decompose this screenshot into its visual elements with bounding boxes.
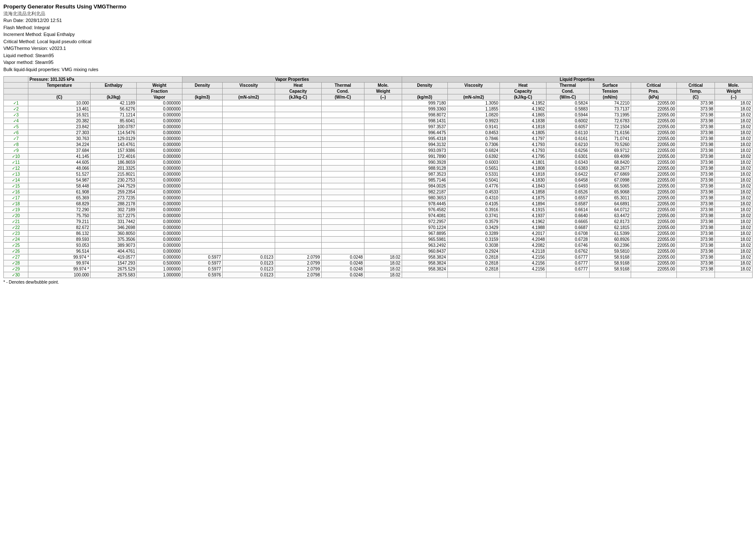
cell-l-viscosity: 0.4105 (447, 201, 500, 207)
cell-l-density: 993.0973 (402, 148, 447, 154)
cell-v-thermal (321, 124, 364, 130)
table-row: ✓2075.750317.22750.000000974.40810.37414… (4, 213, 753, 219)
cell-v-heatcap (275, 112, 321, 118)
cell-v-heatcap (275, 124, 321, 130)
vmg-version: VMGThermo Version: v2023.1 (3, 45, 753, 52)
cell-wfv: 0.000000 (137, 118, 182, 124)
row-check: ✓27 (4, 254, 28, 260)
cell-v-thermal (321, 243, 364, 248)
cell-l-crittemp: 373.98 (676, 106, 715, 112)
th-r4-lhc: (kJ/kg-C) (500, 94, 546, 100)
cell-l-heatcap: 4.2017 (500, 231, 546, 237)
cell-v-density (182, 171, 222, 177)
cell-l-moleweight: 18.02 (715, 171, 753, 177)
cell-l-heatcap: 4.1838 (500, 118, 546, 124)
cell-l-critpres: 22055.00 (631, 171, 677, 177)
cell-temp: 79.211 (28, 219, 91, 225)
cell-wfv: 0.000000 (137, 112, 182, 118)
cell-v-heatcap: 2.0798 (275, 272, 321, 278)
cell-l-crittemp: 373.98 (676, 160, 715, 166)
th-r4-ld: (kg/m3) (402, 94, 447, 100)
table-row: ✓2489.593375.35060.000000965.59810.31594… (4, 237, 753, 243)
cell-enthalpy: 419.0577 (91, 254, 137, 260)
cell-wfv: 0.000000 (137, 219, 182, 225)
cell-l-crittemp: 373.98 (676, 225, 715, 231)
cell-l-crittemp: 373.98 (676, 243, 715, 248)
cell-temp: 16.921 (28, 112, 91, 118)
cell-l-crittemp: 373.98 (676, 207, 715, 213)
cell-enthalpy: 230.2753 (91, 177, 137, 183)
table-row: ✓1868.829288.21780.000000978.44450.41054… (4, 201, 753, 207)
th-r3-temp (28, 88, 91, 94)
cell-l-surface: 59.5810 (589, 248, 631, 254)
th-r4-vd: (kg/m3) (182, 94, 222, 100)
cell-v-density: 0.5977 (182, 260, 222, 266)
cell-temp: 27.303 (28, 130, 91, 136)
cell-v-viscosity (223, 106, 275, 112)
cell-l-moleweight: 18.02 (715, 266, 753, 272)
cell-wfv: 0.000000 (137, 243, 182, 248)
cell-l-crittemp: 373.98 (676, 201, 715, 207)
cell-l-density: 958.3824 (402, 260, 447, 266)
cell-l-heatcap: 4.1865 (500, 112, 546, 118)
cell-v-moleweight (364, 237, 402, 243)
table-row: ✓627.303114.54760.000000996.44750.84534.… (4, 130, 753, 136)
row-check: ✓15 (4, 183, 28, 189)
cell-v-density (182, 136, 222, 142)
cell-l-surface: 73.1995 (589, 112, 631, 118)
cell-l-crittemp: 373.98 (676, 148, 715, 154)
cell-l-surface: 68.8420 (589, 160, 631, 166)
cell-l-density: 998.1431 (402, 118, 447, 124)
cell-v-thermal (321, 100, 364, 106)
cell-l-density: 958.3824 (402, 266, 447, 272)
th-r2-lth: Thermal (546, 83, 589, 88)
cell-v-moleweight: 18.02 (364, 272, 402, 278)
cell-l-density: 987.3523 (402, 171, 447, 177)
cell-v-density (182, 100, 222, 106)
cell-v-heatcap: 2.0799 (275, 254, 321, 260)
cell-l-critpres: 22055.00 (631, 118, 677, 124)
cell-v-heatcap (275, 231, 321, 237)
cell-v-density (182, 177, 222, 183)
cell-temp: 93.053 (28, 243, 91, 248)
cell-v-thermal (321, 248, 364, 254)
cell-wfv: 0.000000 (137, 130, 182, 136)
th-r4-lth: (W/m-C) (546, 94, 589, 100)
cell-l-crittemp (676, 272, 715, 278)
cell-l-crittemp: 373.98 (676, 136, 715, 142)
table-row: ✓2999.974 *2675.5291.0000000.59770.01232… (4, 266, 753, 272)
cell-l-critpres: 22055.00 (631, 201, 677, 207)
cell-v-moleweight (364, 124, 402, 130)
cell-l-thermal: 0.6762 (546, 248, 589, 254)
cell-v-heatcap (275, 177, 321, 183)
cell-enthalpy: 201.3325 (91, 166, 137, 171)
cell-v-heatcap (275, 225, 321, 231)
cell-l-critpres: 22055.00 (631, 243, 677, 248)
th-r4-temp: (C) (28, 94, 91, 100)
cell-v-viscosity: 0.0123 (223, 272, 275, 278)
cell-l-thermal: 0.5824 (546, 100, 589, 106)
cell-v-heatcap (275, 160, 321, 166)
cell-wfv: 0.000000 (137, 254, 182, 260)
cell-l-density: 997.3537 (402, 124, 447, 130)
cell-l-viscosity: 0.4310 (447, 195, 500, 201)
cell-v-thermal (321, 171, 364, 177)
cell-temp: 48.066 (28, 166, 91, 171)
cell-v-viscosity (223, 243, 275, 248)
cell-v-density (182, 124, 222, 130)
cell-wfv: 0.000000 (137, 160, 182, 166)
cell-l-moleweight: 18.02 (715, 225, 753, 231)
cell-enthalpy: 129.0129 (91, 136, 137, 142)
th-r4-lct: (C) (676, 94, 715, 100)
cell-l-moleweight: 18.02 (715, 231, 753, 237)
cell-l-surface: 72.6783 (589, 118, 631, 124)
cell-l-heatcap (500, 272, 546, 278)
cell-l-density: 991.7890 (402, 154, 447, 160)
cell-l-thermal: 0.6256 (546, 148, 589, 154)
cell-l-thermal: 0.6057 (546, 124, 589, 130)
th-pressure: Pressure: 101.325 kPa (28, 77, 182, 83)
cell-v-thermal (321, 130, 364, 136)
cell-l-surface: 66.5065 (589, 183, 631, 189)
cell-v-moleweight (364, 243, 402, 248)
cell-temp: 30.763 (28, 136, 91, 142)
